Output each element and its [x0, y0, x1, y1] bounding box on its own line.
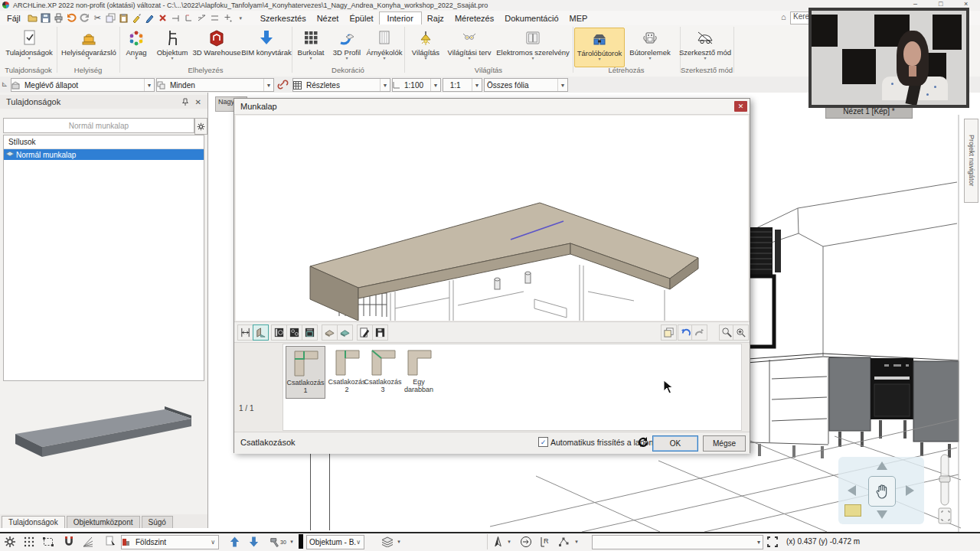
- ribbon-button-tulajdonsagok[interactable]: Tulajdonságok▾: [5, 28, 54, 66]
- ribbon-button-burkolat[interactable]: Burkolat▾: [294, 28, 328, 66]
- cooktop-tool-icon[interactable]: [286, 324, 302, 341]
- style-list-item-selected[interactable]: Normál munkalap: [4, 149, 204, 160]
- auto-refresh-checkbox[interactable]: ✓: [538, 437, 548, 447]
- delete-icon[interactable]: [156, 12, 169, 24]
- zoom-all-icon[interactable]: [733, 324, 749, 341]
- ribbon-button-vilagitasi-terv[interactable]: Világítási terv▾: [446, 28, 493, 66]
- floor-combo[interactable]: Földszint ∨: [121, 535, 219, 549]
- project-navigator-tab[interactable]: Projekt navigátor: [964, 119, 978, 203]
- worktop-edge-tool-icon[interactable]: [337, 324, 353, 341]
- north-arrow-dropdown[interactable]: ▾: [505, 535, 513, 549]
- ratio-combo[interactable]: 1:1 ▼: [443, 78, 482, 92]
- refresh-icon[interactable]: [636, 435, 650, 449]
- bottom-tab-tulajdonsagok[interactable]: Tulajdonságok: [2, 516, 65, 528]
- pan-right-icon[interactable]: [906, 485, 914, 496]
- ribbon-button-3dwarehouse[interactable]: 3D Warehouse: [193, 28, 240, 66]
- tab-mep[interactable]: MEP: [564, 12, 593, 24]
- layers-arrow[interactable]: ▾: [395, 535, 403, 549]
- zoom-slider[interactable]: [936, 453, 954, 527]
- tool-combo[interactable]: Objektum - B... ∨: [306, 535, 364, 549]
- dialog-title-bar[interactable]: Munkalap ✕: [234, 99, 750, 115]
- angle-snap-icon[interactable]: [81, 535, 95, 549]
- tab-interior[interactable]: Interior: [379, 11, 422, 24]
- floor-down-icon[interactable]: [247, 535, 260, 549]
- thumbnail-csatlakozas-1[interactable]: Csatlakozás 1: [286, 346, 325, 399]
- undo-icon[interactable]: [65, 12, 78, 24]
- grid-icon[interactable]: [22, 535, 36, 549]
- tab-epulet[interactable]: Épület: [344, 12, 378, 24]
- snap-angle-tool[interactable]: 30: [268, 535, 288, 549]
- floor-combo-arrow[interactable]: ∨: [211, 539, 218, 546]
- dialog-3d-preview[interactable]: [236, 116, 748, 321]
- ribbon-button-bim-konyvtarak[interactable]: BIM könyvtárak: [242, 28, 291, 66]
- magnet-snap-icon[interactable]: [62, 535, 76, 549]
- home-icon[interactable]: ⌂: [781, 12, 786, 21]
- ribbon-button-helyisegvarazslo[interactable]: Helyiségvarázsló▾: [60, 28, 118, 66]
- menu-file[interactable]: Fájl: [2, 12, 26, 24]
- scale-combo[interactable]: 1:100 ▼: [392, 78, 441, 92]
- snap-angle-arrow[interactable]: ▾: [288, 535, 296, 549]
- cursor-select-icon[interactable]: [104, 535, 118, 549]
- pin-icon[interactable]: [181, 98, 189, 106]
- layer-combo-arrow[interactable]: ▼: [557, 79, 567, 91]
- ribbon-button-anyag[interactable]: Anyag▾: [121, 28, 152, 66]
- panel-close-icon[interactable]: ✕: [195, 98, 201, 106]
- offset-tool-icon[interactable]: [208, 12, 221, 24]
- edit-sketch-icon[interactable]: [357, 324, 373, 341]
- settings-gear-icon[interactable]: [3, 535, 17, 549]
- redo-icon[interactable]: [78, 12, 91, 24]
- ribbon-button-3d-profil[interactable]: 3D Profil▾: [329, 28, 364, 66]
- ribbon-button-objektum[interactable]: Objektum▾: [153, 28, 191, 66]
- state-combo[interactable]: Meglévő állapot ▼: [11, 78, 155, 92]
- rotate-view-icon[interactable]: [519, 535, 533, 549]
- open-icon[interactable]: [26, 12, 39, 24]
- ribbon-button-tarolobutorok[interactable]: Tárolóbútorok▾: [574, 28, 625, 67]
- save-icon[interactable]: [39, 12, 52, 24]
- pan-down-icon[interactable]: [877, 510, 887, 519]
- zoom-extents-icon[interactable]: [766, 535, 779, 549]
- tab-dokumentacio[interactable]: Dokumentáció: [499, 12, 564, 24]
- dialog-close-icon[interactable]: ✕: [734, 101, 747, 112]
- state-combo-arrow[interactable]: ▼: [144, 79, 154, 91]
- tool-combo-arrow[interactable]: ∨: [356, 539, 364, 546]
- worktop-piece-tool-icon[interactable]: [322, 324, 338, 341]
- object-preview[interactable]: [8, 405, 199, 474]
- corner-tool-icon[interactable]: [182, 12, 195, 24]
- layers-icon[interactable]: [381, 535, 394, 549]
- edit-pencil-icon[interactable]: [143, 12, 156, 24]
- maximize-button[interactable]: □: [939, 0, 942, 8]
- minimize-button[interactable]: –: [913, 0, 917, 8]
- tab-szerkesztes[interactable]: Szerkesztés: [255, 12, 312, 24]
- ribbon-button-arnyekolok[interactable]: Árnyékolók▾: [366, 28, 403, 66]
- pan-hand-button[interactable]: [868, 476, 896, 507]
- filter-combo-arrow[interactable]: ▼: [263, 79, 273, 91]
- ok-button[interactable]: OK: [652, 435, 698, 452]
- style-settings-button[interactable]: [194, 118, 207, 135]
- corner-join-tool-icon[interactable]: [253, 324, 269, 341]
- scale-combo-arrow[interactable]: ▼: [430, 79, 440, 91]
- floor-up-icon[interactable]: [227, 535, 241, 549]
- detail-combo[interactable]: Részletes ▼: [292, 78, 390, 92]
- copy-view-icon[interactable]: [661, 324, 677, 341]
- view-navigation-pad[interactable]: [838, 457, 924, 524]
- ribbon-button-vilagitas[interactable]: Világítás▾: [407, 28, 444, 66]
- thumbnail-csatlakozas-3[interactable]: Csatlakozás 3: [364, 347, 402, 394]
- style-selector[interactable]: Normál munkalap: [3, 118, 194, 133]
- command-input-arrow[interactable]: ▾: [757, 539, 763, 546]
- ribbon-button-elektromos-szerelveny[interactable]: Elektromos szerelvény▾: [496, 28, 570, 66]
- dimension-tool-icon[interactable]: [237, 324, 253, 341]
- command-input[interactable]: ▾: [592, 535, 763, 549]
- ratio-combo-arrow[interactable]: ▼: [472, 79, 482, 91]
- cut-icon[interactable]: ✂: [91, 12, 104, 24]
- selection-frame-icon[interactable]: [41, 535, 55, 549]
- print-icon[interactable]: [52, 12, 65, 24]
- filter-combo[interactable]: Minden ▼: [156, 78, 274, 92]
- redo-icon[interactable]: [691, 324, 707, 341]
- north-arrow-icon[interactable]: [491, 535, 505, 549]
- trim-tool-icon[interactable]: [195, 12, 208, 24]
- cancel-button[interactable]: Mégse: [703, 435, 746, 452]
- measure-add-icon[interactable]: [221, 12, 234, 24]
- pan-up-icon[interactable]: [877, 461, 887, 470]
- tab-rajz[interactable]: Rajz: [422, 12, 449, 24]
- tab-nezet[interactable]: Nézet: [312, 12, 345, 24]
